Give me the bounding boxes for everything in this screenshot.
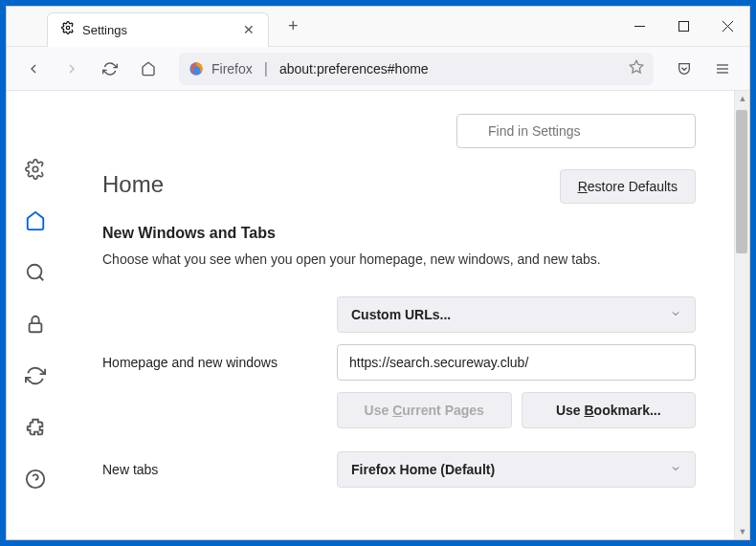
sidebar-general-icon[interactable] bbox=[24, 158, 47, 181]
sidebar-home-icon[interactable] bbox=[24, 209, 47, 232]
homepage-url-row: Homepage and new windows bbox=[102, 344, 696, 381]
firefox-icon bbox=[189, 61, 204, 76]
toolbar: Firefox | about:preferences#home bbox=[7, 47, 749, 91]
svg-marker-6 bbox=[630, 60, 642, 73]
restore-defaults-button[interactable]: Restore Defaults bbox=[560, 169, 696, 204]
scroll-down-icon[interactable]: ▼ bbox=[735, 524, 749, 539]
sidebar-privacy-icon[interactable] bbox=[24, 313, 47, 336]
newtabs-label: New tabs bbox=[102, 462, 337, 477]
forward-button[interactable] bbox=[56, 54, 87, 84]
use-current-pages-button[interactable]: Use Current Pages bbox=[337, 392, 512, 428]
homepage-mode-select[interactable]: Custom URLs... bbox=[337, 296, 696, 333]
svg-point-11 bbox=[28, 265, 42, 279]
sidebar-help-icon[interactable] bbox=[24, 468, 47, 491]
tab-label: Settings bbox=[82, 23, 235, 37]
url-path: about:preferences#home bbox=[279, 61, 429, 76]
tab-settings[interactable]: Settings ✕ bbox=[47, 12, 269, 47]
content-area: Home Restore Defaults New Windows and Ta… bbox=[7, 91, 749, 539]
gear-icon bbox=[61, 21, 75, 38]
newtabs-row: New tabs Firefox Home (Default) bbox=[102, 451, 696, 488]
close-icon[interactable]: ✕ bbox=[243, 22, 255, 37]
sidebar-extensions-icon[interactable] bbox=[24, 416, 47, 439]
back-button[interactable] bbox=[18, 54, 49, 84]
reload-button[interactable] bbox=[95, 54, 125, 84]
pocket-button[interactable] bbox=[669, 54, 700, 84]
titlebar: Settings ✕ + bbox=[7, 7, 749, 47]
svg-rect-13 bbox=[30, 323, 42, 332]
homepage-url-input[interactable] bbox=[337, 344, 696, 381]
use-bookmark-button[interactable]: Use Bookmark... bbox=[522, 392, 697, 428]
newtabs-select[interactable]: Firefox Home (Default) bbox=[337, 451, 696, 488]
menu-button[interactable] bbox=[707, 54, 738, 84]
url-prefix: Firefox bbox=[211, 61, 253, 76]
settings-search bbox=[456, 114, 696, 148]
sidebar-sync-icon[interactable] bbox=[24, 364, 47, 387]
scroll-thumb[interactable] bbox=[736, 110, 747, 253]
chevron-down-icon bbox=[670, 307, 681, 322]
section-title: New Windows and Tabs bbox=[102, 225, 696, 242]
homepage-select-row: Custom URLs... bbox=[102, 296, 696, 333]
new-tab-button[interactable]: + bbox=[280, 12, 306, 40]
browser-window: Settings ✕ + Firefox | about:preferences… bbox=[6, 6, 750, 540]
homepage-label: Homepage and new windows bbox=[102, 355, 337, 370]
sidebar bbox=[7, 91, 64, 539]
bookmark-star-icon[interactable] bbox=[629, 59, 644, 78]
minimize-button[interactable] bbox=[617, 7, 661, 47]
scrollbar[interactable]: ▲ ▼ bbox=[734, 91, 749, 539]
svg-point-10 bbox=[33, 166, 38, 172]
search-input[interactable] bbox=[456, 114, 696, 148]
svg-point-0 bbox=[66, 26, 70, 30]
sidebar-search-icon[interactable] bbox=[24, 261, 47, 284]
homepage-buttons: Use Current Pages Use Bookmark... bbox=[337, 392, 696, 428]
svg-rect-2 bbox=[678, 22, 688, 32]
home-button[interactable] bbox=[133, 54, 164, 84]
url-separator: | bbox=[264, 60, 268, 77]
chevron-down-icon bbox=[670, 462, 681, 477]
section-description: Choose what you see when you open your h… bbox=[102, 250, 696, 270]
url-bar[interactable]: Firefox | about:preferences#home bbox=[179, 53, 654, 85]
close-button[interactable] bbox=[705, 7, 749, 47]
svg-line-12 bbox=[39, 276, 43, 280]
maximize-button[interactable] bbox=[661, 7, 705, 47]
select-value: Firefox Home (Default) bbox=[351, 462, 495, 477]
scroll-up-icon[interactable]: ▲ bbox=[735, 91, 749, 106]
main-panel: Home Restore Defaults New Windows and Ta… bbox=[64, 91, 734, 539]
select-value: Custom URLs... bbox=[351, 307, 451, 322]
window-controls bbox=[617, 7, 749, 47]
